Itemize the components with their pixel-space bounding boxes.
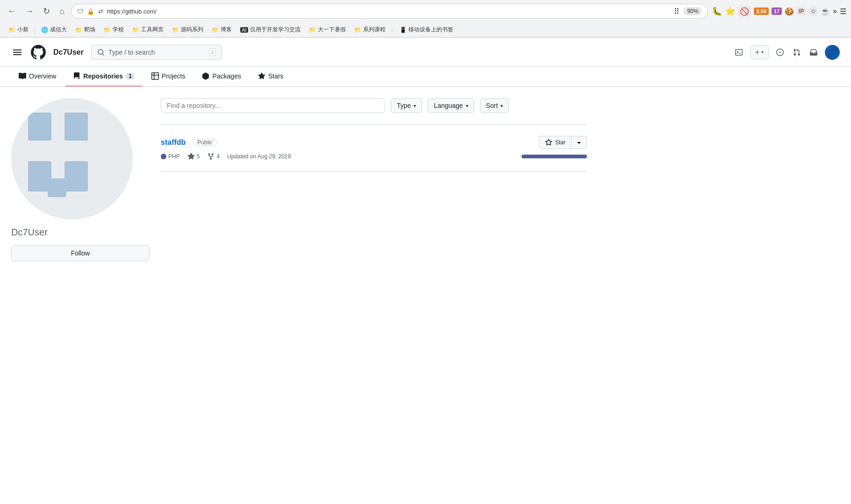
grid-icon: ⠿ xyxy=(674,7,679,16)
sort-label: Sort xyxy=(486,102,498,109)
new-button[interactable]: + ▾ xyxy=(750,45,769,59)
profile-name: Dc7User xyxy=(11,227,150,238)
star-button-label: Star xyxy=(555,139,565,146)
bookmark-blog[interactable]: 📁 博客 xyxy=(208,25,236,35)
browser-chrome: ← → ↻ ⌂ 🛡 🔒 ⇄ https://github.com/ ⠿ 90% … xyxy=(0,0,851,38)
github-logo[interactable] xyxy=(31,45,46,60)
repositories-section: Type ▾ Language ▾ Sort ▾ staffdb Public xyxy=(161,98,587,261)
bookmark-tools[interactable]: 📁 工具网页 xyxy=(129,25,167,35)
nav-stars[interactable]: Stars xyxy=(250,67,291,86)
folder-icon: 📁 xyxy=(172,27,179,33)
ext-star-icon[interactable]: ⭐ xyxy=(725,6,735,16)
shield-icon: 🛡 xyxy=(77,8,83,15)
issues-button[interactable] xyxy=(774,47,786,58)
ext-ip-icon[interactable]: IP xyxy=(797,7,806,15)
header-username: Dc7User xyxy=(53,48,84,57)
folder-icon: 📁 xyxy=(354,27,361,33)
nav-projects-label: Projects xyxy=(162,72,186,80)
follow-button[interactable]: Follow xyxy=(11,245,150,261)
repo-updated: Updated on Aug 29, 2019 xyxy=(227,153,291,160)
folder-icon: 📁 xyxy=(212,27,219,33)
avatar-pattern xyxy=(11,98,133,220)
star-button-group: Star xyxy=(539,136,587,149)
chevron-down-icon: ▾ xyxy=(414,103,416,108)
chevron-down-icon: ▾ xyxy=(466,103,468,108)
bookmark-chengxinda[interactable]: 🌐 成信大 xyxy=(37,25,71,35)
repo-icon xyxy=(73,72,80,80)
nav-overview[interactable]: Overview xyxy=(11,67,64,86)
ext-bug-icon[interactable]: 🐛 xyxy=(712,6,722,16)
bookmark-mobile[interactable]: 📱 移动设备上的书签 xyxy=(396,25,457,35)
nav-repos-label: Repositories xyxy=(83,72,123,80)
folder-icon: 📁 xyxy=(309,27,316,33)
nav-projects[interactable]: Projects xyxy=(144,67,193,86)
folder-icon: 📁 xyxy=(132,27,139,33)
repo-stars-stat[interactable]: 5 xyxy=(187,153,200,160)
extension-icons: 🐛 ⭐ 🚫 2.50 17 🍪 IP ○ ☕ » ☰ xyxy=(712,6,846,17)
refresh-button[interactable]: ↻ xyxy=(40,4,53,18)
ext-17-icon[interactable]: 17 xyxy=(772,7,782,15)
bookmark-bachang[interactable]: 📁 靶场 xyxy=(72,25,99,35)
ext-shield-red-icon[interactable]: 🚫 xyxy=(738,6,751,17)
plus-icon: + xyxy=(755,48,759,57)
star-outline-icon xyxy=(545,139,552,146)
pull-requests-button[interactable] xyxy=(791,47,802,58)
bookmark-xuexiao[interactable]: 📁 学校 xyxy=(100,25,128,35)
ext-menu-icon[interactable]: ☰ xyxy=(840,7,846,16)
star-button[interactable]: Star xyxy=(539,136,572,149)
language-name: PHP xyxy=(168,153,180,160)
nav-overview-label: Overview xyxy=(29,72,56,80)
repo-visibility-badge: Public xyxy=(193,139,217,146)
folder-icon: 📁 xyxy=(104,27,111,33)
repo-card: staffdb Public Star xyxy=(161,124,587,172)
package-icon xyxy=(202,72,209,80)
bookmark-devlearn[interactable]: AI 仅用于开发学习交流 xyxy=(236,25,304,35)
ext-circle-icon[interactable]: ○ xyxy=(808,6,818,16)
terminal-button[interactable] xyxy=(733,47,744,58)
forward-button[interactable]: → xyxy=(22,5,36,18)
chevron-down-icon xyxy=(575,139,583,146)
ext-cookie-icon[interactable]: 🍪 xyxy=(785,7,794,16)
nav-packages-label: Packages xyxy=(212,72,241,80)
address-bar[interactable]: 🛡 🔒 ⇄ https://github.com/ ⠿ 90% xyxy=(71,4,708,19)
robot-icon: AI xyxy=(240,27,248,33)
star-dropdown-button[interactable] xyxy=(572,136,587,149)
search-box[interactable]: Type / to search / xyxy=(91,45,222,60)
user-avatar[interactable] xyxy=(825,45,840,60)
nav-repositories[interactable]: Repositories 1 xyxy=(65,67,142,86)
browser-toolbar: ← → ↻ ⌂ 🛡 🔒 ⇄ https://github.com/ ⠿ 90% … xyxy=(0,0,851,22)
search-placeholder: Type / to search xyxy=(108,49,205,56)
nav-packages[interactable]: Packages xyxy=(194,67,248,86)
bookmark-xiaoxin[interactable]: 📁 小新 xyxy=(5,25,32,35)
forks-count: 4 xyxy=(216,153,220,160)
ext-more-icon[interactable]: » xyxy=(833,7,837,15)
hamburger-menu[interactable] xyxy=(11,48,23,57)
repo-header: staffdb Public Star xyxy=(161,136,587,149)
language-dropdown[interactable]: Language ▾ xyxy=(428,98,474,113)
avatar-block-2 xyxy=(28,113,51,141)
stars-count: 5 xyxy=(197,153,200,160)
repo-language: PHP xyxy=(161,153,180,160)
type-label: Type xyxy=(397,102,411,109)
home-button[interactable]: ⌂ xyxy=(57,5,67,18)
nav-stars-label: Stars xyxy=(268,72,284,80)
bookmark-sourcecode[interactable]: 📁 源码系列 xyxy=(168,25,207,35)
type-dropdown[interactable]: Type ▾ xyxy=(391,98,422,113)
main-content: Dc7User Follow Type ▾ Language ▾ Sort ▾ xyxy=(0,87,598,272)
ext-coffee-icon[interactable]: ☕ xyxy=(821,7,830,16)
find-repo-input[interactable] xyxy=(161,98,385,113)
repos-count-badge: 1 xyxy=(126,73,135,79)
proxy-icon: ⇄ xyxy=(98,8,103,15)
sort-dropdown[interactable]: Sort ▾ xyxy=(480,98,509,113)
language-bar xyxy=(522,155,587,158)
search-icon xyxy=(97,49,105,56)
ext-25-icon[interactable]: 2.50 xyxy=(754,7,768,15)
back-button[interactable]: ← xyxy=(5,5,19,18)
repo-name-link[interactable]: staffdb xyxy=(161,138,186,147)
bookmark-courses[interactable]: 📁 系列课程 xyxy=(350,25,389,35)
chevron-down-icon: ▾ xyxy=(761,50,764,55)
repo-meta: PHP 5 4 Updated on Aug 29, 2019 xyxy=(161,153,587,160)
repo-forks-stat[interactable]: 4 xyxy=(207,153,220,160)
bookmark-summer[interactable]: 📁 大一下暑假 xyxy=(305,25,350,35)
inbox-button[interactable] xyxy=(808,47,819,58)
